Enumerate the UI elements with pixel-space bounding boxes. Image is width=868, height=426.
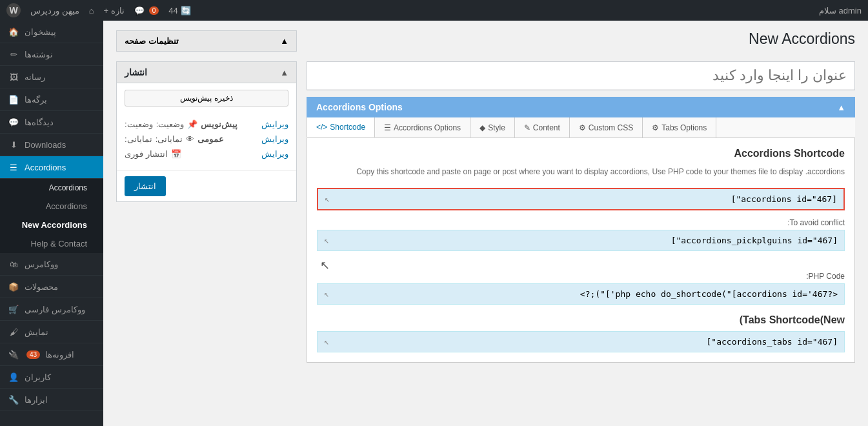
adminbar-user[interactable]: سلام admin [819,6,862,15]
tabs-shortcode-section: (Tabs Shortcode(New ↖ ["accordions_tabs … [317,314,845,352]
submenu-item-new-accordions[interactable]: New Accordions [0,216,103,234]
sidebar-item-posts[interactable]: نوشته‌ها ✏ [0,43,103,66]
accordions-options-tab-icon: ☰ [384,123,391,132]
publish-date-label: 📅 انتشار فوری [125,149,181,159]
adminbar-left: سلام admin [819,6,862,15]
admin-bar: W میهن وردپرس ⌂ + تازه 💬 0 44 🔄 سلام adm… [0,0,868,21]
wp-logo-icon[interactable]: W [6,3,21,17]
publish-visibility-row: ویرایش عمومی 👁 نمایانی: نمایانی: [125,134,288,144]
person-icon: 👤 [8,371,19,383]
publish-header: ▲ انتشار [117,62,296,83]
bubble-icon: 💬 [8,116,19,128]
submenu-item-accordions[interactable]: Accordions [0,197,103,216]
shortcode-description: Copy this shortcode and paste on page or… [317,166,845,178]
cursor-row: ↖ [317,259,845,272]
code-arrow-left2: ↖ [324,236,329,245]
sidebar-item-woocommerce-fa[interactable]: ووکامرس فارسی 🛒 [0,298,103,321]
plugin-icon: 🔌 [8,349,19,360]
save-draft-button[interactable]: ذخیره پیش‌نویس [125,90,288,107]
sidebar-item-comments[interactable]: دیدگاه‌ها 💬 [0,111,103,134]
page-icon: 📄 [8,94,19,105]
pin-icon: 📌 [187,119,197,129]
tab-custom-css[interactable]: ⚙ Custom CSS [570,117,643,137]
publish-footer: انتشار [117,170,296,201]
pencil-icon: ✏ [8,48,19,60]
bag-icon: 🛍 [8,258,19,270]
shortcode-tab-content: Accordions Shortcode Copy this shortcode… [307,138,855,363]
sidebar-item-users[interactable]: کاربران 👤 [0,366,103,389]
toggle-arrow[interactable]: ▲ [280,36,288,46]
settings-header: ▲ تنظیمات صفحه [117,31,296,51]
publish-button[interactable]: انتشار [125,176,166,196]
submenu-item-help-contact[interactable]: Help & Contact [0,234,103,253]
publish-box: ▲ انتشار ذخیره پیش‌نویس ویرایش پیش‌نویس … [116,61,297,202]
tabs-shortcode-code-box[interactable]: ↖ ["accordions_tabs id="467] [317,331,845,352]
sidebar-item-downloads[interactable]: Downloads ⬇ [0,134,103,156]
accordion-collapse-arrow[interactable]: ▲ [837,103,845,112]
avoid-conflict-code-box[interactable]: ↖ ["accordions_pickplguins id="467] [317,230,845,251]
box-icon: 📦 [8,281,19,292]
content-wrapper: ▲ انتشار ذخیره پیش‌نویس ویرایش پیش‌نویس … [103,55,868,369]
sidebar-item-woocommerce[interactable]: ووکامرس 🛍 [0,253,103,276]
shortcode-code-box[interactable]: ↖ ["accordions id="467] [317,188,845,210]
menu-icon: ☰ [8,161,19,173]
adminbar-comments[interactable]: 💬 0 [134,6,159,15]
sidebar-item-pages[interactable]: برگه‌ها 📄 [0,88,103,111]
settings-panel: ▲ تنظیمات صفحه [116,30,297,52]
tab-shortcode[interactable]: </> Shortcode [307,117,375,137]
download-icon: ⬇ [8,139,19,150]
code-arrow-left: ↖ [325,194,330,204]
accordions-options-header: ▲ Accordions Options [307,97,855,117]
status-label: پیش‌نویس 📌 وضعیت: وضعیت: [125,119,237,129]
code-arrow-left4: ↖ [324,337,329,347]
layout: پیشخوان 🏠 نوشته‌ها ✏ رسانه 🖼 برگه‌ها 📄 د… [0,21,868,426]
publish-status-row: ویرایش پیش‌نویس 📌 وضعیت: وضعیت: [125,119,288,129]
code-arrow-left3: ↖ [324,289,329,299]
publish-content: ذخیره پیش‌نویس ویرایش پیش‌نویس 📌 وضعیت: … [117,83,296,170]
sidebar-item-accordions[interactable]: Accordions ☰ [0,156,103,179]
status-edit-link[interactable]: ویرایش [261,119,288,129]
tab-content[interactable]: ✎ Content [515,117,570,137]
sidebar-item-dashboard[interactable]: پیشخوان 🏠 [0,21,103,43]
tabs-shortcode-title: (Tabs Shortcode(New [317,314,845,326]
css-tab-icon: ⚙ [579,123,586,132]
content-sidebar: ▲ انتشار ذخیره پیش‌نویس ویرایش پیش‌نویس … [116,61,297,363]
php-code-label: :PHP Code [317,272,845,281]
adminbar-site-name[interactable]: میهن وردپرس [30,6,79,15]
sidebar-item-media[interactable]: رسانه 🖼 [0,66,103,88]
sidebar-item-plugins[interactable]: افزونه‌ها 43 🔌 [0,343,103,366]
tab-accordions-options[interactable]: ☰ Accordions Options [375,117,470,137]
content-tab-icon: ✎ [524,123,530,132]
publish-date-edit-link[interactable]: ویرایش [261,149,288,159]
wrench-icon: 🔧 [8,394,19,405]
tabs-bar: </> Shortcode ☰ Accordions Options ◆ Sty… [307,117,855,138]
post-title-input[interactable] [315,67,847,84]
sidebar-item-appearance[interactable]: نمایش 🖌 [0,321,103,343]
shortcode-tab-icon: </> [316,123,327,132]
php-code-box[interactable]: ↖ <?;("['php echo do_shortcode("[accordi… [317,283,845,305]
page-header: ▲ تنظیمات صفحه New Accordions [103,21,868,55]
tabs-options-tab-icon: ⚙ [652,123,659,132]
eye-icon: 👁 [186,134,194,144]
adminbar-new[interactable]: + تازه [103,6,124,15]
visibility-edit-link[interactable]: ویرایش [261,134,288,144]
publish-toggle[interactable]: ▲ [280,68,288,77]
sidebar: پیشخوان 🏠 نوشته‌ها ✏ رسانه 🖼 برگه‌ها 📄 د… [0,21,103,426]
adminbar-home[interactable]: ⌂ [89,6,94,15]
bag2-icon: 🛒 [8,303,19,315]
brush-icon: 🖌 [8,326,19,338]
page-title: New Accordions [749,30,855,48]
avoid-conflict-label: :To avoid conflict [317,218,845,227]
shortcode-section-title: Accordions Shortcode [317,148,845,159]
tab-tabs-options[interactable]: ⚙ Tabs Options [643,117,716,137]
adminbar-right: W میهن وردپرس ⌂ + تازه 💬 0 44 🔄 [6,3,191,17]
publish-date-row: ویرایش 📅 انتشار فوری [125,149,288,159]
page-title-area: New Accordions [749,30,855,48]
tab-style[interactable]: ◆ Style [470,117,515,137]
mouse-cursor-icon: ↖ [320,258,330,272]
adminbar-updates[interactable]: 44 🔄 [168,6,190,15]
calendar-icon: 📅 [171,149,181,159]
sidebar-item-tools[interactable]: ابزارها 🔧 [0,389,103,411]
sidebar-item-products[interactable]: محصولات 📦 [0,276,103,298]
style-tab-icon: ◆ [479,123,485,132]
